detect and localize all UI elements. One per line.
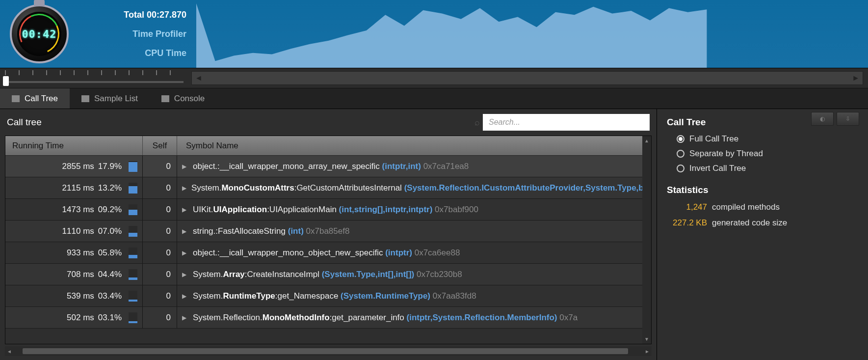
table-header: Running Time Self Symbol Name	[5, 136, 642, 156]
cell-self: 0	[143, 242, 177, 263]
radio-option[interactable]: Invert Call Tree	[667, 161, 858, 176]
cell-self: 0	[143, 156, 177, 177]
cell-self: 0	[143, 285, 177, 306]
timeline-handle[interactable]	[3, 76, 9, 86]
radio-label: Invert Call Tree	[689, 164, 746, 173]
cell-symbol: ▶System.MonoCustomAttrs:GetCustomAttribu…	[177, 183, 642, 193]
table-row[interactable]: 539 ms 03.4%0▶System.RuntimeType:get_Nam…	[5, 285, 642, 307]
tab-icon	[81, 95, 89, 102]
percent-bar	[129, 248, 137, 258]
radio-label: Full Call Tree	[689, 134, 738, 144]
side-action-export[interactable]: ⇩	[837, 112, 859, 126]
table-row[interactable]: 2855 ms 17.9%0▶object.:__icall_wrapper_m…	[5, 156, 642, 177]
percent-bar	[129, 183, 137, 194]
percent-bar	[129, 204, 137, 215]
radio-icon	[677, 165, 684, 172]
expand-icon[interactable]: ▶	[182, 228, 188, 235]
cell-symbol: ▶System.Reflection.MonoMethodInfo:get_pa…	[177, 313, 642, 323]
scroll-right-icon[interactable]: ►	[643, 349, 652, 354]
expand-icon[interactable]: ▶	[182, 293, 188, 300]
stat-row: 1,247compiled methods	[667, 199, 858, 215]
radio-icon	[677, 135, 684, 143]
expand-icon[interactable]: ▶	[182, 206, 188, 213]
stopwatch-icon: 00:42	[10, 4, 69, 63]
vertical-scrollbar[interactable]: ▲ ▼	[642, 136, 651, 344]
expand-icon[interactable]: ▶	[182, 249, 188, 256]
stats-title: Statistics	[667, 185, 858, 195]
cell-running-time: 2115 ms 13.2%	[5, 177, 143, 198]
cell-running-time: 1473 ms 09.2%	[5, 199, 143, 220]
tab-call-tree[interactable]: Call Tree	[0, 88, 70, 109]
radio-option[interactable]: Full Call Tree	[667, 132, 858, 146]
panel-title: Call tree	[7, 117, 469, 128]
timeline-ruler[interactable]	[0, 68, 186, 88]
tab-console[interactable]: Console	[150, 88, 216, 109]
percent-bar	[129, 269, 137, 280]
cell-running-time: 1110 ms 07.0%	[5, 221, 143, 242]
tab-bar: Call TreeSample ListConsole	[0, 88, 868, 109]
table-row[interactable]: 502 ms 03.1%0▶System.Reflection.MonoMeth…	[5, 307, 642, 329]
radio-icon	[677, 150, 684, 158]
cell-running-time: 539 ms 03.4%	[5, 285, 143, 306]
cell-symbol: ▶object.:__icall_wrapper_mono_object_new…	[177, 248, 642, 258]
radio-label: Separate by Thread	[689, 149, 763, 159]
cell-running-time: 933 ms 05.8%	[5, 242, 143, 263]
cpu-sparkline-chart[interactable]	[196, 0, 868, 68]
timeline-scrollbar[interactable]: ◄ ►	[191, 71, 863, 85]
table-row[interactable]: 1110 ms 07.0%0▶string.:FastAllocateStrin…	[5, 221, 642, 242]
cell-self: 0	[143, 177, 177, 198]
header-labels: Total 00:27.870 Time Profiler CPU Time	[79, 10, 186, 58]
expand-icon[interactable]: ▶	[182, 314, 188, 321]
profiler-name-label: Time Profiler	[79, 29, 186, 39]
table-row[interactable]: 933 ms 05.8%0▶object.:__icall_wrapper_mo…	[5, 242, 642, 264]
cell-running-time: 2855 ms 17.9%	[5, 156, 143, 177]
table-row[interactable]: 2115 ms 13.2%0▶System.MonoCustomAttrs:Ge…	[5, 177, 642, 199]
expand-icon[interactable]: ▶	[182, 185, 186, 192]
metric-label: CPU Time	[79, 48, 186, 58]
tab-label: Call Tree	[25, 94, 58, 104]
timeline-bar: ◄ ►	[0, 68, 868, 88]
tab-sample-list[interactable]: Sample List	[70, 88, 150, 109]
expand-icon[interactable]: ▶	[182, 163, 188, 170]
total-time-label: Total 00:27.870	[79, 10, 186, 20]
cell-self: 0	[143, 264, 177, 285]
stat-value: 1,247	[672, 202, 707, 212]
tab-label: Sample List	[94, 94, 138, 104]
scroll-thumb[interactable]	[23, 348, 628, 354]
expand-icon[interactable]: ▶	[182, 271, 188, 278]
scroll-up-icon[interactable]: ▲	[644, 138, 649, 143]
tab-icon	[12, 95, 20, 102]
radio-option[interactable]: Separate by Thread	[667, 146, 858, 161]
col-running-time[interactable]: Running Time	[5, 136, 143, 155]
search-input[interactable]	[483, 114, 650, 131]
stat-label: compiled methods	[712, 202, 780, 212]
cell-self: 0	[143, 221, 177, 242]
search-icon: ⌕	[474, 117, 480, 128]
stat-value: 227.2 KB	[672, 218, 707, 228]
scroll-left-icon[interactable]: ◄	[5, 349, 14, 354]
side-panel: ◐ ⇩ Call Tree Full Call TreeSeparate by …	[657, 109, 868, 360]
scroll-down-icon[interactable]: ▼	[644, 336, 649, 342]
cell-symbol: ▶UIKit.UIApplication:UIApplicationMain (…	[177, 205, 642, 215]
call-tree-table: Running Time Self Symbol Name 2855 ms 17…	[5, 136, 652, 344]
cell-symbol: ▶System.RuntimeType:get_Namespace (Syste…	[177, 291, 642, 301]
table-row[interactable]: 1473 ms 09.2%0▶UIKit.UIApplication:UIApp…	[5, 199, 642, 221]
cell-symbol: ▶object.:__icall_wrapper_mono_array_new_…	[177, 162, 642, 171]
stat-label: generated code size	[712, 218, 787, 228]
scroll-left-icon[interactable]: ◄	[195, 74, 203, 83]
cell-symbol: ▶string.:FastAllocateString (int) 0x7ba8…	[177, 226, 642, 236]
col-self[interactable]: Self	[143, 136, 177, 155]
percent-bar	[129, 161, 137, 172]
scroll-right-icon[interactable]: ►	[852, 74, 860, 83]
tab-icon	[161, 95, 169, 102]
table-row[interactable]: 708 ms 04.4%0▶System.Array:CreateInstanc…	[5, 264, 642, 285]
side-action-settings[interactable]: ◐	[811, 112, 834, 126]
cell-self: 0	[143, 199, 177, 220]
tab-label: Console	[174, 94, 205, 104]
cell-running-time: 708 ms 04.4%	[5, 264, 143, 285]
horizontal-scrollbar[interactable]: ◄ ►	[5, 346, 652, 356]
col-symbol[interactable]: Symbol Name	[177, 136, 642, 155]
percent-bar	[129, 226, 137, 237]
percent-bar	[129, 291, 137, 302]
cell-running-time: 502 ms 03.1%	[5, 307, 143, 328]
